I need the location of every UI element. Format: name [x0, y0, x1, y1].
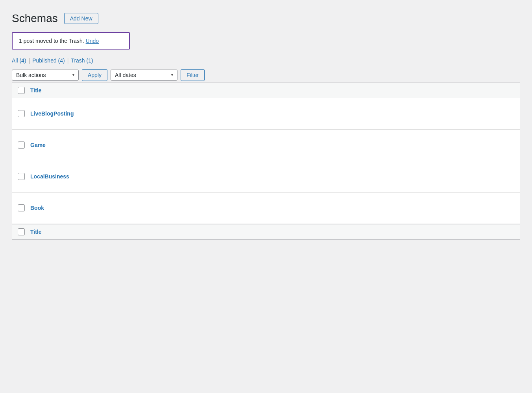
row-checkbox-localbusiness[interactable] [18, 173, 25, 180]
filter-separator-2: | [67, 57, 69, 64]
table-header-title: Title [30, 87, 42, 94]
table-row: Book [12, 193, 520, 224]
table-row: LocalBusiness [12, 161, 520, 193]
row-title-game[interactable]: Game [30, 142, 46, 148]
dates-label: All dates [115, 72, 162, 78]
row-title-localbusiness[interactable]: LocalBusiness [30, 173, 69, 180]
bulk-actions-chevron-icon: ▾ [72, 73, 74, 77]
row-checkbox-game[interactable] [18, 141, 25, 149]
table-header-row: Title [12, 83, 520, 98]
table-footer-title: Title [30, 229, 42, 235]
table-row: Game [12, 130, 520, 161]
filter-button[interactable]: Filter [181, 69, 205, 81]
undo-link[interactable]: Undo [86, 38, 99, 44]
notice-text: 1 post moved to the Trash. [19, 38, 84, 44]
filter-link-trash[interactable]: Trash (1) [71, 57, 93, 64]
row-title-liveblogposting[interactable]: LiveBlogPosting [30, 110, 74, 117]
page-header: Schemas Add New [12, 12, 520, 25]
footer-select-all-checkbox[interactable] [18, 228, 25, 235]
bulk-actions-select[interactable]: Bulk actions ▾ [12, 70, 79, 81]
bulk-actions-label: Bulk actions [16, 72, 63, 78]
row-title-book[interactable]: Book [30, 205, 44, 211]
notice-box: 1 post moved to the Trash. Undo [12, 32, 130, 50]
row-checkbox-liveblogposting[interactable] [18, 110, 25, 117]
table-footer-row: Title [12, 224, 520, 239]
table-row: LiveBlogPosting [12, 98, 520, 130]
filter-link-all[interactable]: All (4) [12, 57, 26, 64]
dates-select[interactable]: All dates ▾ [111, 70, 177, 81]
select-all-checkbox[interactable] [18, 87, 25, 94]
dates-chevron-icon: ▾ [171, 73, 173, 77]
filter-link-published[interactable]: Published (4) [32, 57, 65, 64]
add-new-button[interactable]: Add New [64, 13, 98, 24]
page-title: Schemas [12, 12, 58, 25]
row-checkbox-book[interactable] [18, 204, 25, 211]
filter-separator-1: | [29, 57, 30, 64]
toolbar: Bulk actions ▾ Apply All dates ▾ Filter [12, 69, 520, 81]
filter-links: All (4) | Published (4) | Trash (1) [12, 57, 520, 64]
schemas-table: Title LiveBlogPosting Game LocalBusiness… [12, 83, 520, 240]
apply-button[interactable]: Apply [82, 69, 107, 81]
